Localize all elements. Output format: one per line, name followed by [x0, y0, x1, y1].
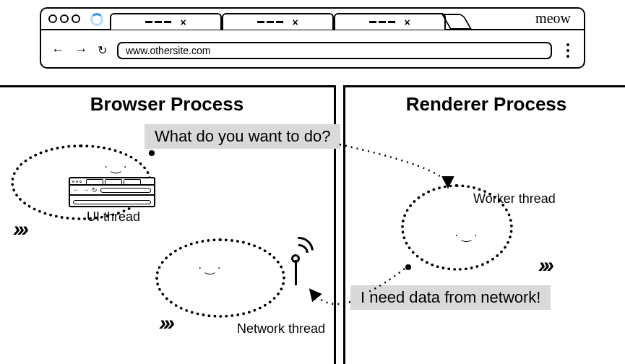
loading-spinner-icon — [90, 13, 103, 26]
process-title: Browser Process — [0, 93, 334, 116]
window-control-min-icon — [60, 14, 69, 23]
worker-thread-label: Worker thread — [473, 191, 556, 207]
tab-close-icon[interactable]: × — [180, 17, 186, 27]
process-title: Renderer Process — [345, 93, 625, 116]
browser-tab[interactable]: × — [222, 13, 334, 30]
speech-answer: I need data from network! — [350, 285, 551, 310]
chevron-icon: ››› — [538, 253, 551, 277]
back-button[interactable]: ← — [51, 43, 64, 58]
ui-thread-label: UI thread — [87, 209, 140, 225]
speech-question: What do you want to do? — [145, 124, 340, 149]
antenna-icon — [282, 246, 318, 289]
tab-favicon-icon — [257, 21, 283, 23]
browser-tab[interactable]: × — [110, 13, 222, 30]
forward-button[interactable]: → — [74, 43, 87, 58]
network-thread-label: Network thread — [237, 321, 325, 337]
face-icon: · ‿ · — [199, 261, 221, 274]
tab-close-icon[interactable]: × — [404, 17, 410, 27]
browser-tab[interactable]: × — [334, 13, 446, 30]
overflow-menu-icon[interactable] — [562, 43, 574, 58]
mini-browser-icon: ←→↻ — [69, 177, 155, 207]
new-tab-button[interactable] — [441, 14, 473, 30]
chevron-icon: ››› — [13, 217, 26, 241]
face-icon: · ‿ · — [455, 228, 478, 242]
tabstrip: × × × meow — [41, 9, 584, 30]
window-control-close-icon — [48, 14, 57, 23]
reload-button[interactable]: ↻ — [98, 43, 107, 57]
face-icon: · ‿ · — [105, 160, 127, 173]
network-thread-blob — [155, 238, 285, 318]
tab-favicon-icon — [145, 21, 171, 23]
tab-close-icon[interactable]: × — [292, 17, 298, 27]
toolbar: ← → ↻ www.othersite.com — [41, 30, 584, 70]
url-bar[interactable]: www.othersite.com — [117, 42, 552, 59]
window-controls — [48, 14, 80, 23]
browser-brand: meow — [535, 10, 571, 27]
tab-favicon-icon — [369, 21, 395, 23]
window-control-max-icon — [72, 14, 80, 23]
browser-chrome-illustration: × × × meow ← → ↻ www.othersite.com — [40, 7, 585, 69]
url-text: www.othersite.com — [126, 45, 210, 56]
chevron-icon: ››› — [159, 311, 172, 335]
